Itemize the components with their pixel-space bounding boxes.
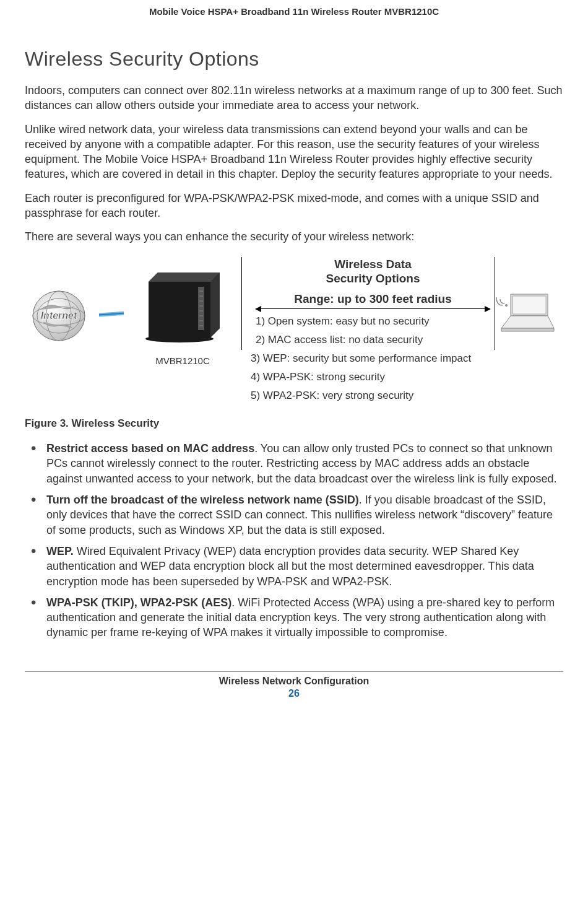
bullet-title: WEP. <box>46 545 74 557</box>
laptop-column <box>495 257 563 340</box>
bullet-title: WPA-PSK (TKIP), WPA2-PSK (AES) <box>46 596 231 609</box>
list-item: Restrict access based on MAC address. Yo… <box>25 441 563 486</box>
connection-line-icon <box>99 257 124 350</box>
diagram-range: Range: up to 300 feet radius <box>256 292 490 306</box>
document-page: Mobile Voice HSPA+ Broadband 11n Wireles… <box>0 0 588 712</box>
list-item: WPA-PSK (TKIP), WPA2-PSK (AES). WiFi Pro… <box>25 595 563 640</box>
globe-column: Internet <box>25 257 99 346</box>
paragraph: Indoors, computers can connect over 802.… <box>25 83 563 113</box>
section-heading: Wireless Security Options <box>25 48 563 71</box>
page-number: 26 <box>25 688 563 699</box>
figure-caption: Figure 3. Wireless Security <box>25 417 563 430</box>
svg-point-15 <box>145 335 214 342</box>
bullet-text: Wired Equivalent Privacy (WEP) data encr… <box>46 545 534 588</box>
paragraph: Each router is preconfigured for WPA-PSK… <box>25 191 563 221</box>
laptop-icon <box>495 288 557 338</box>
router-column: MVBR1210C <box>124 257 241 366</box>
globe-label: Internet <box>41 310 77 321</box>
security-option: 2) MAC access list: no data security <box>256 334 490 346</box>
svg-rect-6 <box>198 287 204 330</box>
router-icon <box>136 257 229 350</box>
paragraph: There are several ways you can enhance t… <box>25 229 563 244</box>
security-diagram: Internet <box>25 257 563 409</box>
footer-section-title: Wireless Network Configuration <box>25 676 563 687</box>
security-option: 3) WEP: security but some performance im… <box>251 352 495 365</box>
security-option: 5) WPA2-PSK: very strong security <box>251 390 495 402</box>
bullet-title: Restrict access based on MAC address <box>46 442 254 455</box>
list-item: WEP. Wired Equivalent Privacy (WEP) data… <box>25 544 563 589</box>
paragraph: Unlike wired network data, your wireless… <box>25 122 563 182</box>
security-option: 4) WPA-PSK: strong security <box>251 371 495 383</box>
bullet-list: Restrict access based on MAC address. Yo… <box>25 441 563 640</box>
internet-globe-icon: Internet <box>25 288 93 344</box>
svg-point-16 <box>505 304 508 307</box>
document-header: Mobile Voice HSPA+ Broadband 11n Wireles… <box>25 6 563 17</box>
list-item: Turn off the broadcast of the wireless n… <box>25 492 563 538</box>
page-footer: Wireless Network Configuration 26 <box>25 671 563 699</box>
diagram-title-line2: Security Options <box>326 272 420 285</box>
bullet-title: Turn off the broadcast of the wireless n… <box>46 494 359 506</box>
diagram-title-line1: Wireless Data <box>334 258 411 271</box>
range-arrow-icon <box>256 308 490 309</box>
options-column: Wireless Data Security Options Range: up… <box>241 257 495 409</box>
security-option: 1) Open system: easy but no security <box>256 315 490 328</box>
router-label: MVBR1210C <box>124 355 241 366</box>
